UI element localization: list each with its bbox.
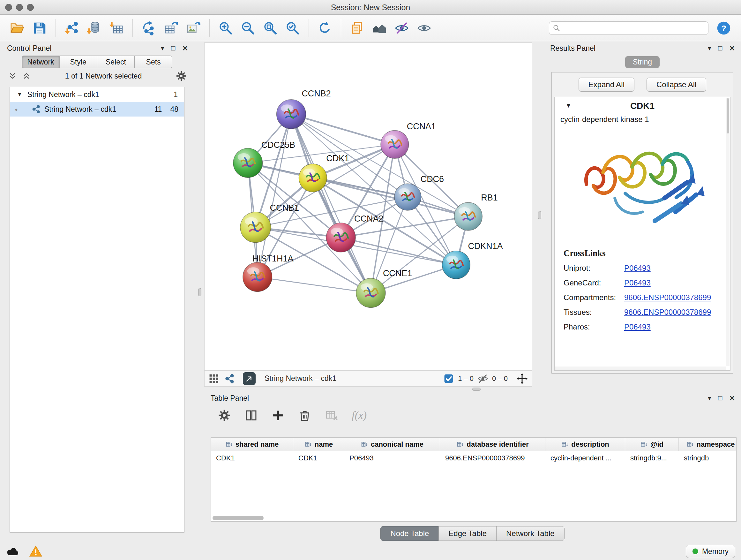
export-table-button[interactable] bbox=[161, 18, 181, 38]
hide-graphics-details-button[interactable] bbox=[392, 18, 412, 38]
minimize-window-button[interactable] bbox=[16, 4, 23, 11]
network-node-CCNA2[interactable]: CCNA2 bbox=[326, 214, 383, 252]
crosslink-compartments-link[interactable]: 9606.ENSP00000378699 bbox=[624, 293, 711, 302]
crosslink-genecard-link[interactable]: P06493 bbox=[624, 278, 651, 287]
tab-sets[interactable]: Sets bbox=[135, 56, 172, 68]
show-columns-icon[interactable] bbox=[245, 409, 258, 422]
show-graphics-details-button[interactable] bbox=[414, 18, 434, 38]
results-scrollbar-thumb[interactable] bbox=[727, 98, 729, 133]
panel-close-icon[interactable]: × bbox=[730, 394, 735, 402]
table-cell-id[interactable]: stringdb:9... bbox=[625, 451, 679, 465]
export-network-button[interactable] bbox=[138, 18, 159, 38]
column-header-namespace[interactable]: namespace bbox=[679, 438, 737, 451]
network-node-CDKN1A[interactable]: CDKN1A bbox=[442, 241, 503, 279]
pan-crosshair-icon[interactable] bbox=[516, 373, 528, 385]
network-canvas[interactable]: CCNB2CCNA1CDC25BCDK1CDC6RB1CCNB1CCNA2CDK… bbox=[204, 43, 532, 371]
tab-network-table[interactable]: Network Table bbox=[496, 526, 564, 541]
create-column-icon[interactable] bbox=[271, 409, 285, 422]
selected-items-checkbox-icon[interactable] bbox=[443, 373, 454, 384]
panel-menu-icon[interactable]: ▾ bbox=[708, 45, 711, 51]
panel-close-icon[interactable]: × bbox=[183, 44, 188, 53]
warning-icon[interactable] bbox=[29, 544, 43, 558]
tab-node-table[interactable]: Node Table bbox=[381, 526, 439, 541]
collapse-all-networks-icon[interactable] bbox=[22, 71, 31, 81]
zoom-out-button[interactable] bbox=[238, 18, 258, 38]
panel-menu-icon[interactable]: ▾ bbox=[161, 45, 164, 51]
network-icon bbox=[31, 105, 41, 114]
panel-float-icon[interactable]: □ bbox=[718, 395, 722, 401]
collapse-all-button[interactable]: Collapse All bbox=[647, 78, 706, 91]
tab-style[interactable]: Style bbox=[60, 56, 97, 68]
network-node-CCNA1[interactable]: CCNA1 bbox=[381, 122, 436, 159]
network-node-CCNB1[interactable]: CCNB1 bbox=[240, 203, 299, 243]
crosslink-pharos-link[interactable]: P06493 bbox=[624, 322, 651, 331]
splitter-handle-left[interactable] bbox=[198, 288, 201, 296]
memory-button[interactable]: Memory bbox=[686, 545, 735, 558]
column-header-canonical-name[interactable]: canonical name bbox=[344, 438, 440, 451]
zoom-window-button[interactable] bbox=[27, 4, 34, 11]
help-button[interactable]: ? bbox=[714, 18, 734, 38]
network-row-selected[interactable]: ● String Network – cdk1 11 48 bbox=[10, 102, 184, 117]
table-horizontal-scrollbar[interactable] bbox=[212, 516, 264, 520]
expand-all-button[interactable]: Expand All bbox=[579, 78, 634, 91]
table-cell-database-identifier[interactable]: 9606.ENSP00000378699 bbox=[440, 451, 545, 465]
zoom-fit-content-button[interactable] bbox=[260, 18, 280, 38]
hidden-items-icon[interactable] bbox=[477, 373, 488, 384]
home-button[interactable] bbox=[369, 18, 390, 38]
show-panels-button[interactable] bbox=[347, 18, 367, 38]
zoom-in-button[interactable] bbox=[215, 18, 236, 38]
close-window-button[interactable] bbox=[5, 4, 12, 11]
network-view-icon[interactable] bbox=[224, 373, 234, 384]
tab-network[interactable]: Network bbox=[22, 56, 60, 68]
crosslink-tissues-link[interactable]: 9606.ENSP00000378699 bbox=[624, 308, 711, 317]
export-image-button[interactable] bbox=[183, 18, 204, 38]
table-cell-namespace[interactable]: stringdb bbox=[679, 451, 737, 465]
results-vertical-scrollbar[interactable] bbox=[726, 98, 730, 366]
tab-edge-table[interactable]: Edge Table bbox=[439, 526, 496, 541]
zoom-selected-region-button[interactable] bbox=[282, 18, 303, 38]
table-cell-canonical-name[interactable]: P06493 bbox=[344, 451, 440, 465]
cloud-icon[interactable] bbox=[6, 544, 20, 558]
table-cell-description[interactable]: cyclin-dependent ... bbox=[545, 451, 625, 465]
import-table-from-file-button[interactable] bbox=[106, 18, 127, 38]
table-cell-name[interactable]: CDK1 bbox=[293, 451, 344, 465]
results-panel-title: Results Panel bbox=[550, 44, 596, 53]
arrow-ne-icon bbox=[245, 374, 253, 383]
results-horizontal-scrollbar[interactable] bbox=[555, 367, 726, 370]
crosslink-uniprot-link[interactable]: P06493 bbox=[624, 264, 651, 273]
table-settings-gear-icon[interactable] bbox=[218, 409, 231, 422]
network-options-gear-icon[interactable] bbox=[176, 70, 187, 82]
toolbar-search[interactable] bbox=[549, 21, 709, 35]
save-session-button[interactable] bbox=[29, 18, 50, 38]
panel-menu-icon[interactable]: ▾ bbox=[708, 395, 711, 401]
table-cell-shared-name[interactable]: CDK1 bbox=[211, 451, 293, 465]
column-header-database-identifier[interactable]: database identifier bbox=[440, 438, 545, 451]
table-tabs: Node Table Edge Table Network Table bbox=[207, 526, 738, 541]
apply-preferred-layout-button[interactable] bbox=[315, 18, 335, 38]
import-network-from-database-button[interactable] bbox=[84, 18, 105, 38]
panel-float-icon[interactable]: □ bbox=[718, 45, 722, 52]
splitter-handle-right[interactable] bbox=[538, 211, 541, 219]
column-header-description[interactable]: description bbox=[545, 438, 625, 451]
network-node-HIST1H1A[interactable]: HIST1H1A bbox=[243, 254, 293, 292]
delete-column-icon[interactable] bbox=[298, 409, 312, 422]
column-header-shared-name[interactable]: shared name bbox=[211, 438, 293, 451]
column-header-name[interactable]: name bbox=[293, 438, 344, 451]
expand-all-networks-icon[interactable] bbox=[8, 71, 17, 81]
tab-select[interactable]: Select bbox=[97, 56, 135, 68]
open-session-button[interactable] bbox=[7, 18, 27, 38]
table-row[interactable]: CDK1CDK1P064939606.ENSP00000378699cyclin… bbox=[211, 451, 736, 465]
open-view-in-window-button[interactable] bbox=[243, 372, 256, 385]
network-node-RB1[interactable]: RB1 bbox=[454, 193, 497, 231]
column-header-id[interactable]: @id bbox=[625, 438, 679, 451]
grid-view-icon[interactable] bbox=[208, 373, 219, 384]
network-collection-row[interactable]: ▼ String Network – cdk1 1 bbox=[10, 87, 184, 102]
panel-close-icon[interactable]: × bbox=[730, 44, 735, 53]
search-input[interactable] bbox=[563, 24, 705, 32]
import-network-from-file-button[interactable] bbox=[62, 18, 82, 38]
network-node-CCNE1[interactable]: CCNE1 bbox=[356, 268, 412, 308]
splitter-handle-bottom[interactable] bbox=[472, 388, 481, 391]
tree-caret-icon[interactable]: ▼ bbox=[17, 91, 22, 98]
panel-float-icon[interactable]: □ bbox=[171, 45, 175, 52]
results-tab-string[interactable]: String bbox=[625, 56, 660, 68]
